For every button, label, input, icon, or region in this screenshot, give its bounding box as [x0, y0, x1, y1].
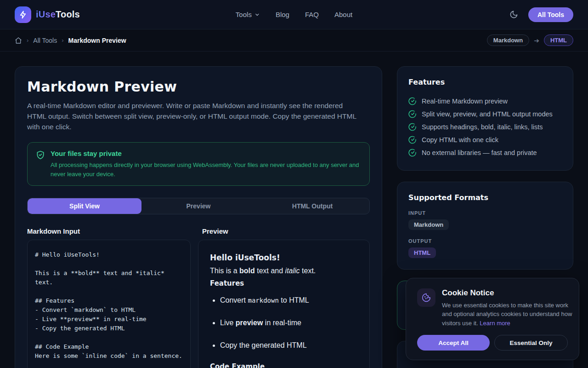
input-format-badge: Markdown [408, 219, 449, 230]
breadcrumb-current: Markdown Preview [68, 37, 126, 44]
preview-list-item: Convert markdown to HTML [220, 295, 358, 306]
check-circle-icon [408, 110, 417, 118]
preview-block: Hello iUseTools! [210, 253, 358, 262]
privacy-title: Your files stay private [51, 150, 361, 157]
arrow-right-icon: ➔ [534, 37, 539, 44]
check-circle-icon [408, 149, 417, 157]
privacy-note: Your files stay private All processing h… [27, 142, 370, 186]
features-list: Real-time Markdown previewSplit view, pr… [408, 95, 562, 159]
feature-item: No external libraries — fast and private [408, 146, 562, 159]
feature-item: Copy HTML with one click [408, 133, 562, 146]
markdown-input[interactable]: # Hello iUseTools! This is a **bold** te… [27, 240, 191, 368]
output-format-badge: HTML [408, 247, 436, 258]
essential-only-button[interactable]: Essential Only [494, 335, 568, 351]
panel-labels: Markdown Input Preview [27, 227, 370, 235]
preview-list-item: Copy the generated HTML [220, 340, 358, 351]
preview-block: Features [210, 279, 358, 288]
tab-html-output[interactable]: HTML Output [255, 198, 369, 214]
cookie-body: We use essential cookies to make this si… [442, 301, 578, 328]
cookie-title: Cookie Notice [442, 288, 578, 298]
accept-all-button[interactable]: Accept All [417, 335, 490, 351]
nav-link-faq[interactable]: FAQ [305, 11, 319, 18]
shield-check-icon [36, 150, 45, 178]
cookie-banner: Cookie Notice We use essential cookies t… [406, 278, 579, 361]
preview-block: Code Example [210, 362, 358, 368]
chevron-down-icon [254, 12, 260, 17]
preview-list-item: Live preview in real-time [220, 317, 358, 328]
page-title: Markdown Preview [27, 79, 370, 95]
breadcrumb: › All Tools › Markdown Preview [15, 37, 126, 44]
features-title: Features [408, 78, 562, 86]
nav-link-tools[interactable]: Tools [236, 11, 260, 18]
format-badges: Markdown ➔ HTML [487, 34, 573, 46]
learn-more-link[interactable]: Learn more [480, 320, 510, 327]
nav-link-blog[interactable]: Blog [276, 11, 289, 18]
brand-name: iUseTools [36, 9, 80, 20]
tool-card: Markdown Preview A real-time Markdown ed… [15, 66, 382, 368]
main-nav: ToolsBlogFAQAbout [236, 11, 352, 18]
feature-item: Real-time Markdown preview [408, 95, 562, 108]
preview-pane[interactable]: Hello iUseTools!This is a bold text and … [198, 240, 370, 368]
input-format-label: INPUT [408, 210, 562, 216]
breadcrumb-bar: › All Tools › Markdown Preview Markdown … [0, 29, 588, 52]
breadcrumb-separator: › [62, 37, 63, 44]
navbar: iUseTools ToolsBlogFAQAbout All Tools [0, 0, 588, 29]
brand-logo[interactable]: iUseTools [15, 6, 80, 23]
features-card: Features Real-time Markdown previewSplit… [397, 66, 573, 171]
cookie-icon [417, 288, 435, 307]
supported-formats-card: Supported Formats INPUT Markdown OUTPUT … [397, 182, 573, 270]
feature-item: Supports headings, bold, italic, links, … [408, 121, 562, 133]
view-mode-tabs: Split ViewPreviewHTML Output [27, 198, 370, 214]
check-circle-icon [408, 97, 417, 105]
theme-toggle-moon-icon[interactable] [508, 8, 520, 21]
output-format-label: OUTPUT [408, 238, 562, 244]
markdown-input-label: Markdown Input [27, 227, 195, 235]
breadcrumb-separator: › [27, 37, 28, 44]
tab-preview[interactable]: Preview [141, 198, 255, 214]
preview-block: Convert markdown to HTMLLive preview in … [210, 295, 358, 351]
all-tools-button[interactable]: All Tools [528, 7, 573, 22]
check-circle-icon [408, 136, 417, 144]
privacy-body: All processing happens directly in your … [51, 161, 361, 178]
page-description: A real-time Markdown editor and previewe… [27, 100, 362, 132]
preview-label: Preview [202, 227, 370, 235]
formats-title: Supported Formats [408, 193, 562, 202]
lightning-icon [15, 6, 31, 23]
format-badge-html: HTML [544, 34, 573, 46]
nav-right: All Tools [508, 7, 573, 22]
feature-item: Split view, preview, and HTML output mod… [408, 108, 562, 121]
nav-link-about[interactable]: About [334, 11, 352, 18]
home-icon[interactable] [15, 37, 22, 44]
breadcrumb-link-all-tools[interactable]: All Tools [33, 37, 57, 44]
check-circle-icon [408, 123, 417, 131]
format-badge-markdown: Markdown [487, 34, 529, 46]
editor-panels: # Hello iUseTools! This is a **bold** te… [27, 240, 370, 368]
preview-block: This is a bold text and italic text. [210, 265, 358, 276]
tab-split-view[interactable]: Split View [28, 198, 141, 214]
